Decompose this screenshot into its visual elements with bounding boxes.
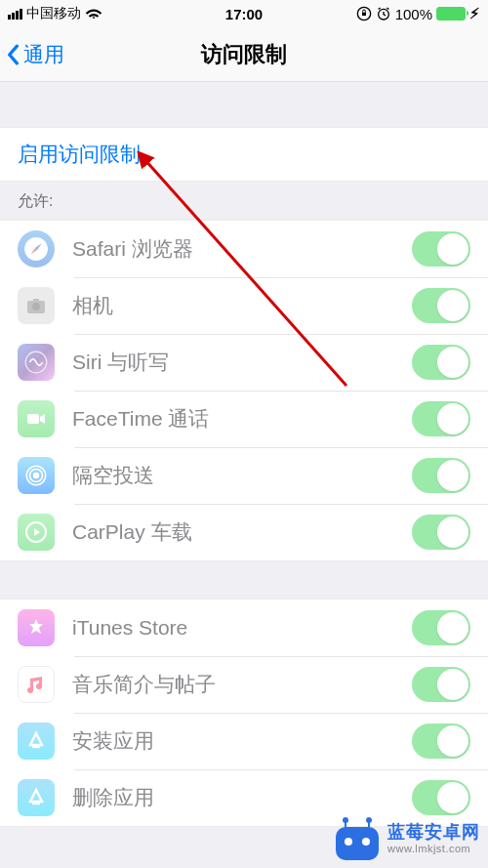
enable-restrictions-button[interactable]: 启用访问限制 — [0, 128, 488, 181]
svg-rect-6 — [33, 299, 39, 302]
enable-group: 启用访问限制 — [0, 127, 488, 182]
list-item: 隔空投送 — [0, 447, 488, 504]
back-label: 通用 — [23, 41, 64, 68]
list-item: FaceTime 通话 — [0, 391, 488, 447]
svg-point-9 — [33, 473, 40, 479]
music-icon — [18, 666, 55, 703]
app-store-icon — [18, 723, 55, 760]
list-item: CarPlay 车载 — [0, 504, 488, 560]
siri-icon — [18, 344, 55, 381]
list-item: 音乐简介与帖子 — [0, 656, 488, 713]
toggle-switch[interactable] — [412, 780, 470, 815]
signal-icon — [8, 9, 22, 20]
item-label: Siri 与听写 — [72, 349, 412, 376]
item-label: 删除应用 — [72, 784, 412, 811]
back-button[interactable]: 通用 — [6, 41, 64, 68]
battery-percent: 100% — [395, 6, 432, 22]
store-group: iTunes Store 音乐简介与帖子 安装应用 删除应用 — [0, 599, 488, 827]
toggle-switch[interactable] — [412, 345, 470, 380]
status-left: 中国移动 — [8, 5, 102, 22]
list-item: Siri 与听写 — [0, 334, 488, 391]
status-right: 100% ⚡︎ — [356, 5, 480, 22]
page-title: 访问限制 — [201, 40, 287, 69]
carplay-icon — [18, 514, 55, 551]
carrier-label: 中国移动 — [26, 5, 81, 22]
item-label: CarPlay 车载 — [72, 518, 412, 546]
status-time: 17:00 — [225, 6, 263, 22]
allow-section-header: 允许: — [0, 182, 488, 220]
toggle-switch[interactable] — [412, 458, 470, 493]
app-store-icon — [18, 779, 55, 816]
charging-icon: ⚡︎ — [469, 5, 480, 22]
enable-restrictions-label: 启用访问限制 — [18, 141, 141, 168]
item-label: 相机 — [72, 292, 412, 319]
toggle-switch[interactable] — [412, 288, 470, 323]
lock-rotation-icon — [356, 6, 372, 21]
toggle-switch[interactable] — [412, 610, 470, 645]
svg-point-5 — [32, 303, 40, 310]
item-label: 音乐简介与帖子 — [72, 671, 412, 698]
list-item: Safari 浏览器 — [0, 221, 488, 277]
chevron-left-icon — [6, 44, 20, 65]
allow-group: Safari 浏览器 相机 Siri 与听写 FaceTime 通话 隔空投送 — [0, 220, 488, 561]
item-label: iTunes Store — [72, 616, 412, 640]
item-label: 隔空投送 — [72, 462, 412, 489]
itunes-store-icon — [18, 609, 55, 646]
watermark: 蓝莓安卓网 www.lmkjst.com — [333, 817, 480, 860]
airdrop-icon — [18, 457, 55, 494]
toggle-switch[interactable] — [412, 723, 470, 759]
toggle-switch[interactable] — [412, 401, 470, 436]
watermark-title: 蓝莓安卓网 — [387, 823, 480, 843]
status-bar: 中国移动 17:00 100% ⚡︎ — [0, 0, 488, 27]
watermark-logo-icon — [333, 817, 382, 860]
battery-icon — [436, 7, 466, 21]
toggle-switch[interactable] — [412, 231, 470, 267]
item-label: Safari 浏览器 — [72, 235, 412, 263]
wifi-icon — [85, 7, 102, 21]
item-label: 安装应用 — [72, 727, 412, 755]
toggle-switch[interactable] — [412, 667, 470, 702]
nav-bar: 通用 访问限制 — [0, 27, 488, 82]
alarm-icon — [376, 6, 391, 21]
camera-icon — [18, 287, 55, 324]
watermark-url: www.lmkjst.com — [387, 843, 480, 854]
list-item: 相机 — [0, 277, 488, 334]
svg-rect-8 — [27, 414, 39, 424]
svg-rect-1 — [362, 13, 366, 16]
list-item: iTunes Store — [0, 599, 488, 656]
safari-icon — [18, 230, 55, 268]
list-item: 安装应用 — [0, 713, 488, 769]
facetime-icon — [18, 400, 55, 437]
toggle-switch[interactable] — [412, 515, 470, 550]
item-label: FaceTime 通话 — [72, 405, 412, 433]
